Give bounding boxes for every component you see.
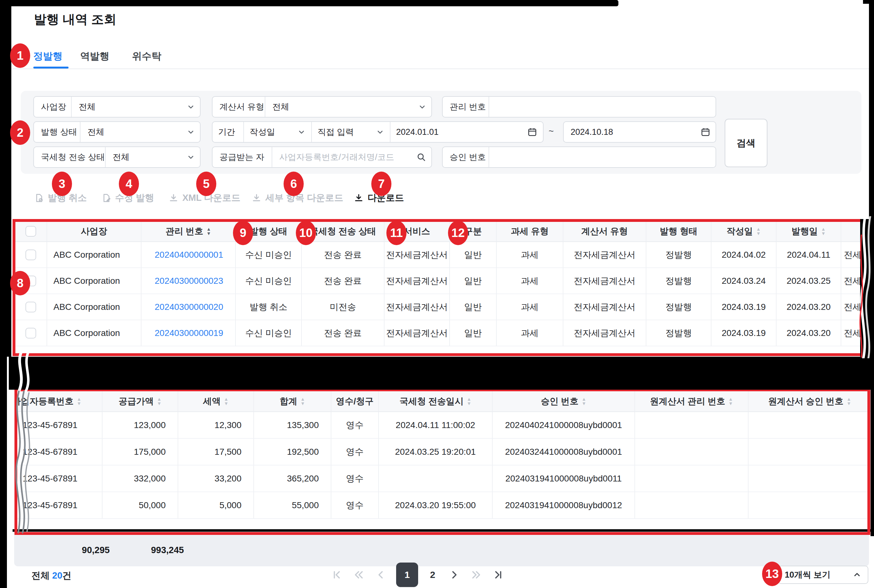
tab-consignment[interactable]: 위수탁 xyxy=(132,50,161,63)
table-row: 123-45-67891123,00012,300135,300영수2024.0… xyxy=(17,412,871,439)
table1-column-header: 구분 xyxy=(450,221,497,242)
cell: 과세 xyxy=(497,294,563,320)
cell: ABC Corporation xyxy=(47,294,141,320)
page: 발행 내역 조회 정발행 역발행 위수탁 사업장 전체 계산서 유형 전체 관리… xyxy=(0,0,874,588)
table2-column-header[interactable]: 공급가액▲▼ xyxy=(102,391,178,412)
cell: 123,000 xyxy=(102,412,178,439)
table1-column-header xyxy=(841,221,874,242)
cell: 17,500 xyxy=(178,439,254,465)
first-page-button[interactable] xyxy=(330,564,344,586)
cell: 영수 xyxy=(331,439,379,465)
summary-grand-total: 993,245 xyxy=(119,545,184,555)
cell: 영수 xyxy=(331,465,379,492)
date-to-input[interactable]: 2024.10.18 xyxy=(564,127,700,137)
table2-column-header[interactable]: 승인 번호▲▼ xyxy=(493,391,635,412)
table-row: ABC Corporation20240300000020발행 취소미전송전자세… xyxy=(15,294,874,320)
issue-status-select[interactable]: 전체 xyxy=(81,126,187,138)
receiver-search-input[interactable]: 사업자등록번호/거래처명/코드 xyxy=(272,152,416,163)
xml-download-label: XML 다운로드 xyxy=(182,192,240,204)
cell: 일반 xyxy=(450,294,497,320)
table1-column-header[interactable]: 발행일▲▼ xyxy=(776,221,841,242)
column-header-label: 세액 xyxy=(203,395,221,407)
table-row: 123-45-67891332,00033,200365,200영수202403… xyxy=(17,465,871,492)
cell: 2024.04.11 xyxy=(776,242,841,268)
column-header-label: 서비스 xyxy=(404,225,430,237)
table1-column-header[interactable]: 관리 번호▲▼ xyxy=(141,221,236,242)
cell: 2024.04.11 11:00:02 xyxy=(379,412,493,439)
calendar-icon[interactable] xyxy=(527,127,537,137)
column-header-label: 계산서 유형 xyxy=(581,225,628,237)
table1-column-header: 발행 상태 xyxy=(236,221,302,242)
page-1-button[interactable]: 1 xyxy=(396,562,418,587)
download-button[interactable]: 다운로드 xyxy=(354,189,404,207)
last-page-button[interactable] xyxy=(491,564,505,586)
table1-column-header[interactable]: 작성일▲▼ xyxy=(712,221,776,242)
cell: 전자세금계산서 xyxy=(384,294,450,320)
cell: 123-45-67891 xyxy=(17,412,102,439)
summary-tax-total: 90,295 xyxy=(18,545,110,555)
table2-column-header[interactable]: 사업자등록번호▲▼ xyxy=(17,391,102,412)
cell: ABC Corporation xyxy=(47,242,141,268)
select-all-checkbox[interactable] xyxy=(26,226,36,237)
xml-download-button[interactable]: XML 다운로드 xyxy=(168,189,240,207)
column-header-label: 관리 번호 xyxy=(166,225,203,237)
filter-approval-no-label: 승인 번호 xyxy=(443,147,489,167)
cancel-issue-button[interactable]: 발행 취소 xyxy=(34,189,87,207)
cell: 2024.03.20 xyxy=(776,320,841,346)
calendar-icon[interactable] xyxy=(700,127,710,137)
total-count-number: 20 xyxy=(52,570,62,580)
page-2-button[interactable]: 2 xyxy=(426,570,439,580)
tab-normal-issue[interactable]: 정발행 xyxy=(33,50,63,63)
column-header-label: 과세 유형 xyxy=(511,225,549,237)
table2-column-header[interactable]: 세액▲▼ xyxy=(178,391,254,412)
manage-no-link[interactable]: 20240300000023 xyxy=(141,268,236,294)
cell: 2024.03.25 19:20:01 xyxy=(379,439,493,465)
cell: 2024.03.19 xyxy=(712,320,776,346)
search-icon[interactable] xyxy=(416,152,426,162)
search-button[interactable]: 검색 xyxy=(725,119,767,167)
chevron-down-icon xyxy=(297,128,306,136)
prev-page-button[interactable] xyxy=(374,564,388,586)
revise-issue-button[interactable]: 수정 발행 xyxy=(101,189,154,207)
next-block-button[interactable] xyxy=(469,564,483,586)
cell: 일반 xyxy=(450,242,497,268)
cell: 정발행 xyxy=(646,242,712,268)
torn-edge-right-lower xyxy=(871,390,874,536)
per-page-select[interactable]: 10개씩 보기 xyxy=(778,566,868,584)
manage-no-link[interactable]: 20240300000019 xyxy=(141,320,236,346)
manage-no-link[interactable]: 20240300000020 xyxy=(141,294,236,320)
sort-icon: ▲▼ xyxy=(756,227,761,236)
chevron-up-icon xyxy=(853,570,861,579)
filter-period: 기간 작성일 직접 입력 2024.01.01 xyxy=(212,121,544,142)
table2-column-header[interactable]: 국세청 전송일시▲▼ xyxy=(379,391,493,412)
sort-icon: ▲▼ xyxy=(224,397,228,406)
row-checkbox[interactable] xyxy=(26,328,36,339)
filter-receiver: 공급받는 자 사업자등록번호/거래처명/코드 xyxy=(212,147,432,168)
download-label: 다운로드 xyxy=(368,192,404,204)
table2-column-header[interactable]: 원계산서 관리 번호▲▼ xyxy=(635,391,749,412)
table2-column-header[interactable]: 합계▲▼ xyxy=(254,391,331,412)
cell: 정발행 xyxy=(646,268,712,294)
date-from-input[interactable]: 2024.01.01 xyxy=(390,122,543,142)
detail-download-button[interactable]: 세부 항목 다운로드 xyxy=(252,189,343,207)
cell xyxy=(15,268,47,294)
prev-block-button[interactable] xyxy=(352,564,366,586)
cell: 발행 취소 xyxy=(236,294,302,320)
cell xyxy=(749,439,871,465)
workplace-select[interactable]: 전체 xyxy=(72,101,187,112)
next-page-button[interactable] xyxy=(447,564,461,586)
tab-reverse-issue[interactable]: 역발행 xyxy=(80,50,110,63)
row-checkbox[interactable] xyxy=(26,276,36,286)
nts-status-select[interactable]: 전체 xyxy=(106,152,187,163)
cell: 정발행 xyxy=(646,320,712,346)
period-basis-select[interactable]: 작성일 xyxy=(244,122,312,142)
tab-divider-line xyxy=(12,69,869,69)
period-mode-select[interactable]: 직접 입력 xyxy=(312,122,390,142)
table2-column-header[interactable]: 원계산서 승인 번호▲▼ xyxy=(749,391,871,412)
invoice-type-select[interactable]: 전체 xyxy=(265,101,418,112)
row-checkbox[interactable] xyxy=(26,302,36,312)
manage-no-link[interactable]: 20240400000001 xyxy=(141,242,236,268)
row-checkbox[interactable] xyxy=(26,249,36,260)
sort-icon: ▲▼ xyxy=(821,227,826,236)
chevron-down-icon xyxy=(187,128,195,136)
